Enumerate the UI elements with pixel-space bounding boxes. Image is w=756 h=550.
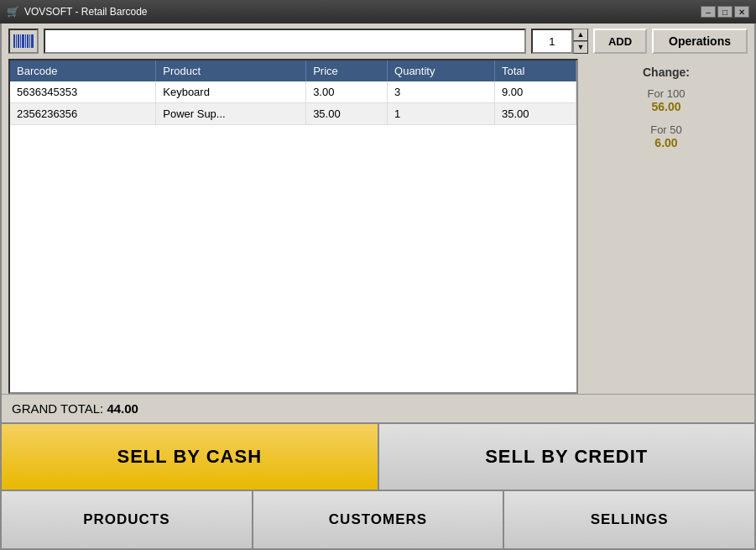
cell-quantity: 3 [388,81,495,103]
grand-total-bar: GRAND TOTAL: 44.00 [2,394,754,422]
col-barcode: Barcode [10,60,156,81]
grand-total-label: GRAND TOTAL: [12,401,103,416]
quantity-up-button[interactable]: ▲ [573,29,588,41]
barcode-input[interactable] [44,29,526,54]
maximize-button[interactable]: □ [717,6,733,18]
col-total: Total [495,60,576,81]
svg-rect-5 [25,34,26,48]
app-title: VOVSOFT - Retail Barcode [24,6,148,18]
cell-price: 35.00 [306,103,388,125]
barcode-scanner-button[interactable] [8,29,39,54]
cell-barcode: 2356236356 [10,103,156,125]
add-button[interactable]: ADD [593,29,647,54]
table-header-row: Barcode Product Price Quantity Total [10,60,576,81]
titlebar-controls: – □ ✕ [701,6,749,18]
sell-cash-button[interactable]: SELL BY CASH [2,424,379,490]
col-price: Price [306,60,388,81]
cell-total: 9.00 [495,81,576,103]
cell-product: Keyboard [156,81,306,103]
operations-button[interactable]: Operations [652,29,748,54]
svg-rect-7 [29,34,30,48]
product-table: Barcode Product Price Quantity Total 563… [10,60,576,125]
cell-quantity: 1 [388,103,495,125]
products-button[interactable]: PRODUCTS [2,491,253,548]
svg-rect-6 [27,34,29,48]
titlebar: 🛒 VOVSOFT - Retail Barcode – □ ✕ [0,0,756,24]
svg-rect-3 [20,34,21,48]
for100-value: 56.00 [648,100,686,113]
minimize-button[interactable]: – [701,6,716,18]
svg-rect-0 [13,34,15,48]
table-section: Barcode Product Price Quantity Total 563… [8,59,578,394]
cell-product: Power Sup... [156,103,306,125]
svg-rect-1 [16,34,17,48]
app-body: 1 ▲ ▼ ADD Operations Barcode Product Pri… [0,24,756,550]
cell-barcode: 5636345353 [10,81,156,103]
barcode-icon [13,33,34,50]
for50-value: 6.00 [650,136,682,149]
table-row[interactable]: 2356236356Power Sup...35.00135.00 [10,103,576,125]
for100-item: For 100 56.00 [648,87,686,113]
col-quantity: Quantity [388,60,495,81]
quantity-down-button[interactable]: ▼ [573,41,588,54]
table-row[interactable]: 5636345353Keyboard3.0039.00 [10,81,576,103]
for100-label: For 100 [648,87,686,100]
quantity-input[interactable]: 1 [531,29,573,54]
grand-total-value: 44.00 [107,401,138,416]
table-body: 5636345353Keyboard3.0039.002356236356Pow… [10,81,576,125]
for50-item: For 50 6.00 [650,123,682,149]
app-icon: 🛒 [7,6,19,18]
quantity-container: 1 ▲ ▼ [531,29,588,54]
bottom-buttons: PRODUCTS CUSTOMERS SELLINGS [2,490,754,548]
close-button[interactable]: ✕ [734,6,749,18]
titlebar-left: 🛒 VOVSOFT - Retail Barcode [7,6,148,18]
content-area: Barcode Product Price Quantity Total 563… [2,59,754,394]
svg-rect-4 [22,34,24,48]
cell-total: 35.00 [495,103,576,125]
sellings-button[interactable]: SELLINGS [504,491,754,548]
toolbar: 1 ▲ ▼ ADD Operations [2,24,754,59]
footer: GRAND TOTAL: 44.00 SELL BY CASH SELL BY … [2,394,754,548]
customers-button[interactable]: CUSTOMERS [253,491,505,548]
side-panel: Change: For 100 56.00 For 50 6.00 [578,59,754,394]
for50-label: For 50 [650,123,682,136]
sell-credit-button[interactable]: SELL BY CREDIT [379,424,755,490]
change-label: Change: [643,65,690,79]
svg-rect-8 [31,34,34,48]
quantity-spinner: ▲ ▼ [573,29,588,54]
col-product: Product [156,60,306,81]
cell-price: 3.00 [306,81,388,103]
svg-rect-2 [18,34,19,48]
main-buttons: SELL BY CASH SELL BY CREDIT [2,422,754,490]
